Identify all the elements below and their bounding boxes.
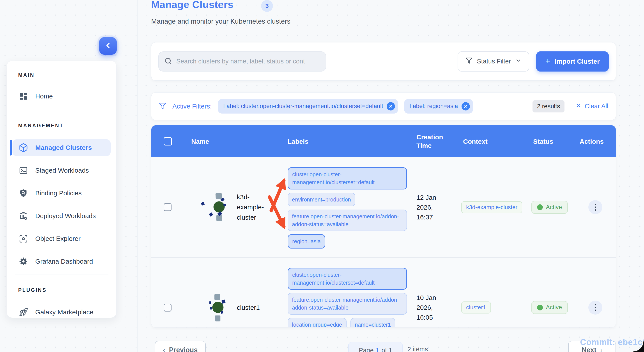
row-actions-kebab-button[interactable] xyxy=(588,200,602,214)
x-icon xyxy=(576,102,582,110)
cluster-name[interactable]: cluster1 xyxy=(237,303,272,313)
search-input[interactable] xyxy=(176,58,316,65)
remove-filter-icon[interactable] xyxy=(386,102,395,111)
active-filters-bar: Active Filters: Label: cluster.open-clus… xyxy=(151,92,616,120)
table-row: cluster1 cluster.open-cluster-management… xyxy=(151,258,616,328)
sidebar-item-label: Deployed Workloads xyxy=(35,212,96,220)
sidebar-item-managed-clusters[interactable]: Managed Clusters xyxy=(12,139,110,156)
sidebar-item-galaxy-marketplace[interactable]: Galaxy Marketplace xyxy=(12,304,110,318)
cluster-name-cell: k3d-example-cluster xyxy=(180,190,283,224)
page-of-label: of 1 xyxy=(382,347,392,352)
sidebar-item-label: Galaxy Marketplace xyxy=(35,309,93,316)
sidebar-item-label: Object Explorer xyxy=(35,235,80,242)
items-count-label: 2 items xyxy=(408,346,428,352)
cube-icon xyxy=(18,142,29,153)
label-chip[interactable]: name=cluster1 xyxy=(350,318,396,328)
status-label: Active xyxy=(546,304,562,311)
page-label: Page xyxy=(359,347,374,352)
status-dot-icon xyxy=(537,204,543,210)
sidebar-divider xyxy=(15,111,108,111)
sidebar: MAIN Home MANAGEMENT Managed Clusters St… xyxy=(6,61,116,318)
cluster-logo-icon xyxy=(198,190,231,224)
filter-chip-text: Label: region=asia xyxy=(410,103,458,110)
gear-icon xyxy=(18,256,29,267)
column-header-context: Context xyxy=(461,137,532,146)
context-cell: k3d-example-cluster xyxy=(461,201,532,213)
sidebar-item-deployed-workloads[interactable]: Deployed Workloads xyxy=(12,208,110,224)
scan-focus-icon xyxy=(18,233,29,244)
home-dashboard-icon xyxy=(18,91,29,102)
funnel-icon xyxy=(159,102,166,111)
creation-time: 12 Jan 2026, 16:37 xyxy=(416,192,444,222)
label-chip[interactable]: region=asia xyxy=(288,234,325,248)
active-indicator-bar xyxy=(10,140,12,156)
sidebar-item-object-explorer[interactable]: Object Explorer xyxy=(12,230,110,247)
label-chip[interactable]: location-group=edge xyxy=(288,318,346,328)
filter-chip-text: Label: cluster.open-cluster-management.i… xyxy=(223,103,383,110)
remove-filter-icon[interactable] xyxy=(462,102,470,111)
column-header-status: Status xyxy=(532,137,580,146)
sidebar-item-grafana-dashboard[interactable]: Grafana Dashboard xyxy=(12,253,110,270)
label-chip[interactable]: feature.open-cluster-management.io/addon… xyxy=(288,293,407,315)
status-dot-icon xyxy=(537,305,543,310)
page-title: Manage Clusters xyxy=(151,0,234,10)
status-badge: Active xyxy=(532,201,568,214)
label-chip[interactable]: cluster.open-cluster-management.io/clust… xyxy=(288,167,407,189)
page-indicator: Page 1 of 1 xyxy=(348,342,402,352)
clear-all-label: Clear All xyxy=(585,103,608,110)
sidebar-item-label: Home xyxy=(35,93,53,100)
column-header-actions: Actions xyxy=(580,137,616,146)
column-header-labels: Labels xyxy=(283,137,416,146)
sidebar-main-divider xyxy=(123,0,123,352)
table-row: k3d-example-cluster cluster.open-cluster… xyxy=(151,157,616,258)
results-count-badge: 2 results xyxy=(532,100,564,112)
row-actions-kebab-button[interactable] xyxy=(588,301,602,315)
sidebar-divider xyxy=(15,275,108,275)
actions-cell xyxy=(580,301,616,315)
label-chip[interactable]: environment=production xyxy=(288,193,355,206)
import-cluster-label: Import Cluster xyxy=(555,58,600,65)
chevron-left-icon: ‹ xyxy=(163,346,165,352)
filter-chip-region: Label: region=asia xyxy=(404,99,473,114)
label-chip[interactable]: feature.open-cluster-management.io/addon… xyxy=(288,210,407,231)
sidebar-item-label: Managed Clusters xyxy=(35,144,92,151)
funnel-icon xyxy=(466,57,472,66)
search-box xyxy=(158,51,326,72)
status-label: Active xyxy=(546,204,562,211)
context-chip[interactable]: k3d-example-cluster xyxy=(461,201,522,213)
clear-all-filters-button[interactable]: Clear All xyxy=(576,102,608,110)
status-cell: Active xyxy=(532,301,580,314)
toolbar-actions: Status Filter + Import Cluster xyxy=(458,51,609,72)
labels-cell: cluster.open-cluster-management.io/clust… xyxy=(283,157,416,257)
labels-cell: cluster.open-cluster-management.io/clust… xyxy=(283,258,416,328)
sidebar-item-label: Grafana Dashboard xyxy=(35,258,93,265)
sidebar-item-home[interactable]: Home xyxy=(12,88,110,105)
status-filter-button[interactable]: Status Filter xyxy=(458,51,529,72)
table-header-row: Name Labels Creation Time Context Status… xyxy=(151,125,616,157)
app-screen: MAIN Home MANAGEMENT Managed Clusters St… xyxy=(0,0,644,352)
row-checkbox[interactable] xyxy=(164,203,172,211)
cluster-name[interactable]: k3d-example-cluster xyxy=(237,192,272,223)
status-badge: Active xyxy=(532,301,568,314)
chevron-left-icon xyxy=(104,41,112,51)
import-cluster-button[interactable]: + Import Cluster xyxy=(536,51,609,72)
sidebar-collapse-button[interactable] xyxy=(99,37,117,55)
previous-page-button[interactable]: ‹ Previous xyxy=(155,341,206,352)
chevron-down-icon xyxy=(515,57,521,65)
cluster-name-cell: cluster1 xyxy=(180,291,283,325)
select-all-checkbox[interactable] xyxy=(164,137,172,146)
row-checkbox[interactable] xyxy=(164,304,172,312)
plus-icon: + xyxy=(545,57,550,65)
sidebar-item-staged-workloads[interactable]: Staged Workloads xyxy=(12,162,110,179)
sidebar-item-binding-policies[interactable]: Binding Policies xyxy=(12,185,110,201)
status-filter-label: Status Filter xyxy=(477,58,511,65)
sidebar-section-management: MANAGEMENT xyxy=(12,123,110,128)
search-icon xyxy=(164,57,172,66)
label-chip[interactable]: cluster.open-cluster-management.io/clust… xyxy=(288,268,407,290)
actions-cell xyxy=(580,200,616,214)
chevron-right-icon: › xyxy=(600,346,602,352)
content-edge-divider xyxy=(137,0,138,352)
creation-time: 10 Jan 2026, 16:05 xyxy=(416,293,444,322)
context-chip[interactable]: cluster1 xyxy=(461,302,491,314)
sidebar-item-label: Staged Workloads xyxy=(35,167,89,174)
